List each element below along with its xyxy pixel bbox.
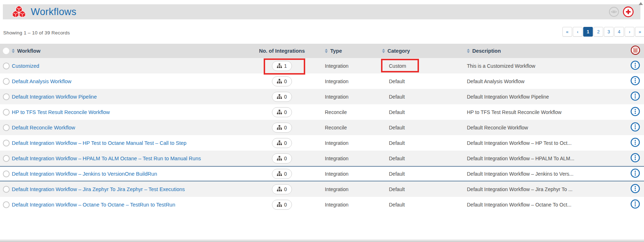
row-actions-button[interactable] xyxy=(630,199,640,210)
preview-button[interactable] xyxy=(609,6,619,17)
integrations-count: 0 xyxy=(284,109,287,115)
workflow-link[interactable]: Customized xyxy=(12,63,39,69)
workflow-link[interactable]: Default Integration Workflow – HPALM To … xyxy=(12,156,201,161)
add-workflow-button[interactable] xyxy=(623,6,634,18)
table-row[interactable]: Default Reconcile Workflow 0 Reconcile D… xyxy=(0,120,644,135)
integrations-count: 0 xyxy=(284,156,287,161)
category-cell: Default xyxy=(389,171,405,177)
column-header-workflow[interactable]: Workflow xyxy=(12,48,40,54)
type-cell: Integration xyxy=(325,140,348,146)
column-header-category[interactable]: Category xyxy=(382,48,410,54)
row-radio[interactable] xyxy=(3,124,10,131)
row-radio[interactable] xyxy=(3,201,10,208)
page-button-»[interactable]: » xyxy=(635,27,644,37)
row-actions-button[interactable] xyxy=(630,122,640,133)
sitemap-icon xyxy=(277,171,282,176)
select-all-radio[interactable] xyxy=(3,48,9,54)
row-radio[interactable] xyxy=(3,170,10,177)
sort-icon[interactable] xyxy=(467,49,470,53)
workflow-link[interactable]: Default Integration Workflow – Octane To… xyxy=(12,202,175,208)
sort-icon[interactable] xyxy=(382,49,385,53)
row-actions-button[interactable] xyxy=(630,91,640,102)
row-actions-button[interactable] xyxy=(630,60,640,71)
page-button-«[interactable]: « xyxy=(562,27,572,37)
row-actions-button[interactable] xyxy=(630,76,640,87)
row-radio[interactable] xyxy=(3,139,10,146)
category-cell: Default xyxy=(389,125,405,131)
integrations-cell: 0 xyxy=(246,138,318,148)
workflow-link[interactable]: Default Analysis Workflow xyxy=(12,79,72,84)
page-button-2[interactable]: 2 xyxy=(594,27,603,37)
integrations-count: 0 xyxy=(284,125,287,131)
pagination: «‹1234›» xyxy=(562,27,644,37)
description-cell: Default Integration Workflow – HP Test t… xyxy=(467,140,572,146)
row-actions-button[interactable] xyxy=(630,168,640,179)
sitemap-icon xyxy=(277,125,282,130)
header-actions xyxy=(609,4,634,19)
integrations-badge: 0 xyxy=(272,92,292,102)
table-row[interactable]: Default Integration Workflow – HPALM To … xyxy=(0,151,644,166)
row-radio[interactable] xyxy=(3,78,10,85)
table-row[interactable]: Default Integration Workflow – Octane To… xyxy=(0,197,644,212)
column-header-integrations: No. of Integrations xyxy=(246,48,318,54)
table-row[interactable]: HP to TFS Test Result Reconcile Workflow… xyxy=(0,104,644,120)
row-actions-button[interactable] xyxy=(630,137,640,148)
integrations-count: 0 xyxy=(284,186,287,192)
page-button-›[interactable]: › xyxy=(625,27,634,37)
kebab-circle-icon xyxy=(630,122,640,132)
page-button-‹[interactable]: ‹ xyxy=(573,27,582,37)
table-row[interactable]: Default Integration Workflow – Jenkins t… xyxy=(0,166,644,181)
kebab-circle-icon xyxy=(630,137,640,147)
integrations-badge: 1 xyxy=(272,61,292,71)
table-row[interactable]: Default Integration Workflow – Jira Zeph… xyxy=(0,181,644,197)
category-cell: Custom xyxy=(389,63,406,69)
workflow-link[interactable]: Default Integration Workflow Pipeline xyxy=(12,94,97,100)
column-chooser-button[interactable] xyxy=(630,45,640,57)
column-header-description[interactable]: Description xyxy=(467,48,501,54)
table-row[interactable]: Default Analysis Workflow 0 Integration … xyxy=(0,73,644,89)
integrations-cell: 0 xyxy=(246,184,318,194)
table-body: Customized 1 Integration Custom This is … xyxy=(0,58,644,212)
workflow-link[interactable]: Default Integration Workflow – Jenkins t… xyxy=(12,171,157,177)
row-actions-button[interactable] xyxy=(630,184,640,195)
workflow-link[interactable]: Default Integration Workflow – Jira Zeph… xyxy=(12,186,185,192)
type-cell: Integration xyxy=(325,156,348,161)
workflow-link[interactable]: Default Integration Workflow – HP Test t… xyxy=(12,140,186,146)
column-header-type[interactable]: Type xyxy=(325,48,342,54)
page-bottom-edge xyxy=(0,239,644,242)
workflow-link[interactable]: HP to TFS Test Result Reconcile Workflow xyxy=(12,109,110,115)
row-radio[interactable] xyxy=(3,109,10,115)
row-actions-button[interactable] xyxy=(630,153,640,164)
plus-circle-icon xyxy=(623,6,634,18)
sitemap-icon xyxy=(277,202,282,207)
integrations-cell: 0 xyxy=(246,200,318,210)
integrations-badge: 0 xyxy=(272,200,292,210)
records-count-text: Showing 1 – 10 of 39 Records xyxy=(3,30,70,35)
row-radio[interactable] xyxy=(3,186,10,193)
page-button-4[interactable]: 4 xyxy=(614,27,624,37)
sort-icon[interactable] xyxy=(325,49,328,53)
table-row[interactable]: Default Integration Workflow – HP Test t… xyxy=(0,135,644,151)
sitemap-icon xyxy=(277,79,282,84)
sort-icon[interactable] xyxy=(12,49,15,53)
type-cell: Integration xyxy=(325,171,348,177)
row-radio[interactable] xyxy=(3,155,10,162)
integrations-cell: 0 xyxy=(246,92,318,102)
integrations-badge: 0 xyxy=(272,76,292,86)
row-radio[interactable] xyxy=(3,93,10,100)
table-row[interactable]: Default Integration Workflow Pipeline 0 … xyxy=(0,89,644,104)
integrations-cell: 0 xyxy=(246,169,318,179)
eye-icon xyxy=(609,6,619,17)
description-cell: Default Integration Workflow – Jira Zeph… xyxy=(467,186,572,192)
workflow-link[interactable]: Default Reconcile Workflow xyxy=(12,125,75,131)
description-cell: Default Integration Workflow – HPALM To … xyxy=(467,156,574,161)
table-row[interactable]: Customized 1 Integration Custom This is … xyxy=(0,58,644,73)
page-button-1[interactable]: 1 xyxy=(583,27,593,37)
scrollbar-up-arrow[interactable] xyxy=(639,2,643,5)
page-button-3[interactable]: 3 xyxy=(604,27,614,37)
kebab-circle-icon xyxy=(630,60,640,70)
row-radio[interactable] xyxy=(3,62,10,69)
integrations-count: 0 xyxy=(284,79,287,84)
app-header: Workflows xyxy=(3,4,640,19)
row-actions-button[interactable] xyxy=(630,106,640,118)
